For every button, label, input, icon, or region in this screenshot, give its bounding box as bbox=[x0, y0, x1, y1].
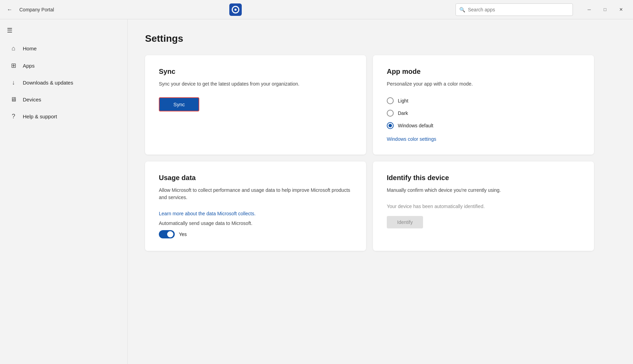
logo-dot bbox=[234, 9, 237, 11]
page-title: Settings bbox=[145, 33, 616, 44]
sync-card-title: Sync bbox=[159, 68, 352, 76]
app-mode-radio-group: Light Dark Windows default bbox=[387, 97, 580, 129]
radio-circle-windows-default bbox=[387, 122, 394, 129]
app-mode-card: App mode Personalize your app with a col… bbox=[373, 55, 594, 155]
usage-data-title: Usage data bbox=[159, 174, 352, 182]
search-icon: 🔍 bbox=[459, 7, 465, 12]
usage-data-toggle[interactable] bbox=[159, 230, 175, 238]
sidebar: ☰ ⌂ Home ⊞ Apps ↓ Downloads & updates 🖥 … bbox=[0, 19, 128, 364]
sync-card-desc: Sync your device to get the latest updat… bbox=[159, 80, 352, 88]
search-input[interactable] bbox=[468, 7, 569, 12]
sidebar-item-label-apps: Apps bbox=[23, 63, 35, 69]
app-logo bbox=[229, 3, 242, 16]
back-button[interactable]: ← bbox=[4, 4, 15, 15]
maximize-button[interactable]: □ bbox=[597, 3, 613, 16]
menu-hamburger-icon[interactable]: ☰ bbox=[3, 23, 17, 37]
search-bar: 🔍 bbox=[455, 3, 573, 16]
help-icon: ? bbox=[10, 113, 17, 120]
identify-device-card: Identify this device Manually confirm wh… bbox=[373, 161, 594, 251]
app-body: ☰ ⌂ Home ⊞ Apps ↓ Downloads & updates 🖥 … bbox=[0, 19, 633, 364]
cards-grid: Sync Sync your device to get the latest … bbox=[145, 55, 594, 251]
close-button[interactable]: ✕ bbox=[613, 3, 629, 16]
identify-button[interactable]: Identify bbox=[387, 216, 423, 228]
window-controls: ─ □ ✕ bbox=[581, 3, 629, 16]
windows-color-settings-link[interactable]: Windows color settings bbox=[387, 136, 436, 142]
titlebar: ← Company Portal 🔍 ─ □ ✕ bbox=[0, 0, 633, 19]
radio-label-light: Light bbox=[398, 98, 408, 104]
identify-device-title: Identify this device bbox=[387, 174, 580, 182]
devices-icon: 🖥 bbox=[10, 96, 17, 103]
app-mode-desc: Personalize your app with a color mode. bbox=[387, 80, 580, 88]
radio-dark[interactable]: Dark bbox=[387, 110, 580, 117]
radio-circle-light bbox=[387, 97, 394, 104]
logo-ring bbox=[232, 6, 239, 13]
learn-more-link[interactable]: Learn more about the data Microsoft coll… bbox=[159, 211, 352, 216]
radio-circle-dark bbox=[387, 110, 394, 117]
toggle-row: Yes bbox=[159, 230, 352, 238]
sidebar-item-label-home: Home bbox=[23, 46, 37, 51]
apps-icon: ⊞ bbox=[10, 62, 17, 69]
radio-dot-windows-default bbox=[389, 124, 392, 127]
radio-light[interactable]: Light bbox=[387, 97, 580, 104]
sidebar-item-devices[interactable]: 🖥 Devices bbox=[3, 92, 125, 107]
sidebar-item-label-help: Help & support bbox=[23, 114, 57, 119]
sidebar-item-help[interactable]: ? Help & support bbox=[3, 109, 125, 124]
auto-identified-text: Your device has been automatically ident… bbox=[387, 204, 580, 209]
app-title: Company Portal bbox=[19, 7, 225, 12]
radio-label-windows-default: Windows default bbox=[398, 123, 433, 128]
downloads-icon: ↓ bbox=[10, 79, 17, 86]
toggle-thumb bbox=[167, 231, 173, 237]
sidebar-item-apps[interactable]: ⊞ Apps bbox=[3, 58, 125, 73]
sidebar-item-home[interactable]: ⌂ Home bbox=[3, 41, 125, 56]
sidebar-item-downloads[interactable]: ↓ Downloads & updates bbox=[3, 75, 125, 90]
minimize-button[interactable]: ─ bbox=[581, 3, 597, 16]
auto-send-text: Automatically send usage data to Microso… bbox=[159, 220, 352, 226]
sync-card: Sync Sync your device to get the latest … bbox=[145, 55, 366, 155]
radio-label-dark: Dark bbox=[398, 110, 408, 116]
radio-windows-default[interactable]: Windows default bbox=[387, 122, 580, 129]
toggle-value-label: Yes bbox=[179, 232, 187, 237]
identify-device-desc: Manually confirm which device you're cur… bbox=[387, 187, 580, 194]
main-content: Settings Sync Sync your device to get th… bbox=[128, 19, 633, 364]
app-mode-title: App mode bbox=[387, 68, 580, 76]
sidebar-item-label-devices: Devices bbox=[23, 97, 41, 102]
sidebar-item-label-downloads: Downloads & updates bbox=[23, 80, 73, 86]
home-icon: ⌂ bbox=[10, 45, 17, 52]
usage-data-card: Usage data Allow Microsoft to collect pe… bbox=[145, 161, 366, 251]
sync-button[interactable]: Sync bbox=[159, 97, 199, 111]
usage-data-desc: Allow Microsoft to collect performance a… bbox=[159, 187, 352, 201]
